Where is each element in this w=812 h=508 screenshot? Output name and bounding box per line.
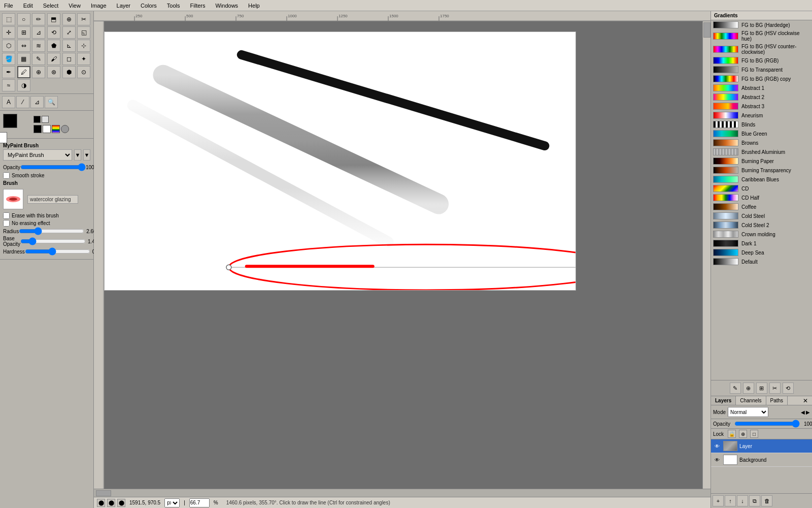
tool-mypaint[interactable]: 🖊 [17,66,30,78]
tool-smudge[interactable]: ≈ [2,79,15,91]
delete-layer-button[interactable]: 🗑 [761,495,772,506]
new-layer-button[interactable]: + [713,495,724,506]
status-zoom-input[interactable] [189,498,210,507]
tool-scissors[interactable]: ✂ [77,13,90,25]
layers-panel-close[interactable]: ✕ [801,397,810,404]
horizontal-scrollbar[interactable] [94,489,710,497]
gradient-icon-1[interactable]: ✎ [730,383,741,394]
status-icon-1[interactable]: ⬤ [97,499,105,507]
tool-rect-select[interactable]: ⬚ [2,13,15,25]
tab-channels[interactable]: Channels [736,396,766,405]
gradient-item-15[interactable]: Burning Transparency [711,166,812,175]
gradient-indicator[interactable] [52,125,60,133]
no-erase-checkbox[interactable] [3,220,10,227]
tool-cage[interactable]: ⬟ [47,40,60,52]
foreground-color[interactable] [3,114,17,128]
menu-image[interactable]: Image [89,2,109,10]
lock-pixels-icon[interactable]: 🔒 [728,430,736,438]
color-reset-icon[interactable] [42,116,49,123]
tab-paths[interactable]: Paths [766,396,788,405]
layer-item-layer[interactable]: 👁 Layer [711,439,812,453]
tool-shear[interactable]: ◱ [77,26,90,39]
gradient-item-19[interactable]: Coffee [711,202,812,211]
menu-edit[interactable]: Edit [21,2,35,10]
foreground-indicator[interactable] [33,125,42,133]
gradient-item-3[interactable]: FG to BG (RGB) [711,56,812,65]
gradient-item-6[interactable]: Abstract 1 [711,83,812,92]
menu-tools[interactable]: Tools [165,2,182,10]
h-scrollbar-thumb[interactable] [96,490,111,496]
gradient-item-23[interactable]: Dark 1 [711,239,812,248]
tool-heal[interactable]: ⊛ [47,66,60,78]
tool-handle[interactable]: ⊹ [77,40,90,52]
tool-scale[interactable]: ⤢ [62,26,76,39]
gradient-item-16[interactable]: Caribbean Blues [711,175,812,184]
menu-help[interactable]: Help [246,2,262,10]
pattern-indicator[interactable] [61,125,69,133]
tool-dodge[interactable]: ◑ [17,79,30,91]
gradient-item-11[interactable]: Blue Green [711,129,812,138]
tool-eraser[interactable]: ◻ [62,53,76,65]
menu-colors[interactable]: Colors [139,2,159,10]
tool-rotate[interactable]: ⟲ [47,26,60,39]
gradient-item-24[interactable]: Deep Sea [711,248,812,257]
gradient-item-18[interactable]: CD Half [711,193,812,202]
menu-layer[interactable]: Layer [115,2,133,10]
menu-filters[interactable]: Filters [188,2,208,10]
radius-slider[interactable] [19,228,84,235]
tool-align[interactable]: ⊞ [17,26,30,39]
menu-file[interactable]: File [2,2,15,10]
gradient-item-7[interactable]: Abstract 2 [711,92,812,102]
tool-text[interactable]: A [2,96,15,108]
tool-unified[interactable]: ⊾ [62,40,76,52]
status-unit-select[interactable]: px [164,498,180,507]
menu-view[interactable]: View [66,2,83,10]
gradient-item-13[interactable]: Brushed Aluminium [711,147,812,156]
opacity-slider[interactable] [20,164,86,171]
layers-opacity-slider[interactable] [734,420,800,427]
tool-clone[interactable]: ⊕ [32,66,45,78]
tool-crop[interactable]: ⊿ [32,26,45,39]
brush-select[interactable]: MyPaint Brush [3,149,72,161]
smooth-stroke-checkbox[interactable] [3,172,10,179]
mode-select[interactable]: Normal Dissolve Multiply Screen [728,407,768,417]
tool-blur[interactable]: ⊙ [77,66,90,78]
layer-visibility-layer[interactable]: 👁 [713,442,721,450]
mode-arrow-right[interactable]: ▶ [806,409,810,415]
gradient-item-12[interactable]: Browns [711,138,812,147]
menu-select[interactable]: Select [41,2,61,10]
menu-windows[interactable]: Windows [213,2,240,10]
gradient-icon-4[interactable]: ✂ [769,383,781,394]
gradient-item-9[interactable]: Aneurism [711,111,812,120]
tool-move[interactable]: ✛ [2,26,15,39]
erase-checkbox[interactable] [3,212,10,219]
tab-layers[interactable]: Layers [711,396,736,405]
gradient-item-17[interactable]: CD [711,184,812,193]
brush-dropdown-arrow[interactable]: ▼ [74,149,81,161]
tool-warp[interactable]: ≋ [32,40,45,52]
mode-arrow-left[interactable]: ◀ [801,409,805,415]
gradient-item-1[interactable]: FG to BG (HSV clockwise hue) [711,29,812,43]
tool-bucket[interactable]: 🪣 [2,53,15,65]
tool-free-select[interactable]: ✏ [32,13,45,25]
brush-dropdown-scroll[interactable]: ▼ [83,149,90,161]
status-icon-3[interactable]: ⬤ [117,499,125,507]
base-opacity-slider[interactable] [20,238,86,245]
status-icon-2[interactable]: ⬤ [107,499,115,507]
layer-item-background[interactable]: 👁 Background [711,453,812,467]
move-layer-down-button[interactable]: ↓ [737,495,748,506]
tool-perspective[interactable]: ⬡ [2,40,15,52]
gradient-item-8[interactable]: Abstract 3 [711,102,812,111]
tool-paintbrush[interactable]: 🖌 [47,53,60,65]
tool-flip[interactable]: ⇔ [17,40,30,52]
gradient-item-14[interactable]: Burning Paper [711,156,812,166]
tool-blend[interactable]: ▦ [17,53,30,65]
background-color[interactable] [0,132,7,143]
gradient-item-25[interactable]: Default [711,257,812,266]
background-indicator[interactable] [43,125,51,133]
gradient-item-4[interactable]: FG to Transparent [711,65,812,74]
canvas-area[interactable] [94,21,710,489]
gradient-item-22[interactable]: Crown molding [711,230,812,239]
tool-measure[interactable]: ⊿ [30,96,44,108]
color-swap-icon[interactable]: ⇄ [33,116,41,123]
